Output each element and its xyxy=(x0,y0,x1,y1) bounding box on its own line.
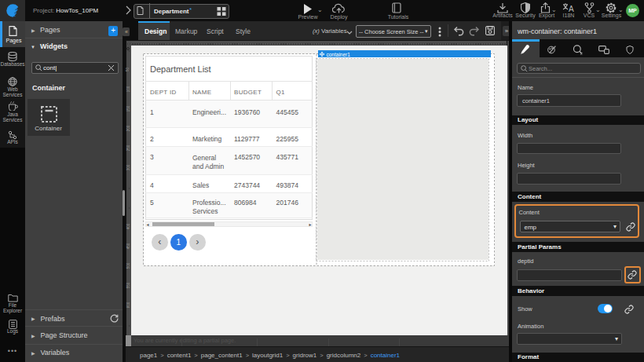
svg-text:A: A xyxy=(569,5,574,13)
